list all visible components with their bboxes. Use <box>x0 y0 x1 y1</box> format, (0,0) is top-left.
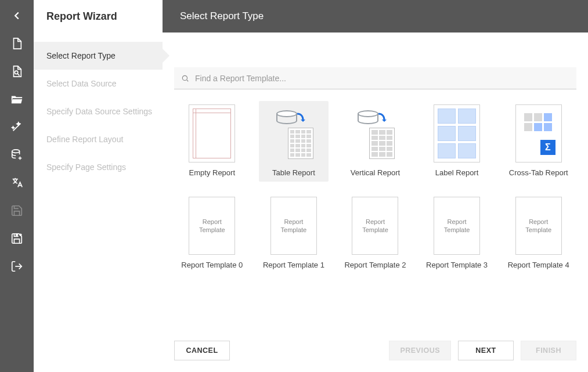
cancel-button[interactable]: CANCEL <box>174 341 230 360</box>
step-label: Specify Page Settings <box>46 162 126 172</box>
save-button <box>9 203 24 218</box>
svg-point-2 <box>12 150 20 153</box>
exit-icon <box>10 260 23 273</box>
exit-button[interactable] <box>9 259 24 274</box>
template-label: Label Report <box>435 168 478 177</box>
file-search-icon <box>10 65 23 78</box>
save-as-icon <box>10 232 23 245</box>
database-add-icon <box>10 149 23 161</box>
template-thumb <box>352 104 398 162</box>
template-label: Report Template 2 <box>344 261 406 269</box>
template-thumb: Report Template <box>434 197 480 255</box>
template-label: Vertical Report <box>351 168 400 177</box>
template-report-template-1[interactable]: Report Template Report Template 1 <box>259 193 329 274</box>
template-vertical-report[interactable]: Vertical Report <box>340 101 410 182</box>
new-report-button[interactable] <box>9 36 24 51</box>
localize-button[interactable] <box>9 175 24 190</box>
template-empty-report[interactable]: Empty Report <box>177 101 247 182</box>
step-label: Specify Data Source Settings <box>46 107 152 116</box>
save-icon <box>10 204 23 217</box>
search-row <box>174 67 576 89</box>
chevron-left-icon <box>10 9 23 22</box>
template-thumb: Report Template <box>352 197 398 255</box>
wizard-footer: CANCEL PREVIOUS NEXT FINISH <box>174 331 576 360</box>
next-button[interactable]: NEXT <box>458 341 514 360</box>
svg-line-1 <box>17 74 19 75</box>
template-report-template-4[interactable]: Report Template Report Template 4 <box>504 193 573 274</box>
step-define-report-layout: Define Report Layout <box>34 125 163 153</box>
left-toolbar <box>0 0 34 372</box>
template-thumb: Report Template <box>270 197 317 255</box>
step-label: Define Report Layout <box>46 135 123 144</box>
template-thumb <box>270 104 317 162</box>
template-label: Report Template 0 <box>181 261 243 269</box>
svg-point-5 <box>20 234 21 236</box>
template-report-template-3[interactable]: Report Template Report Template 3 <box>422 193 492 274</box>
step-specify-page-settings: Specify Page Settings <box>34 153 163 181</box>
page-title: Select Report Type <box>163 0 588 32</box>
save-as-button[interactable] <box>9 231 24 246</box>
template-report-template-2[interactable]: Report Template Report Template 2 <box>340 193 410 274</box>
template-report-template-0[interactable]: Report Template Report Template 0 <box>177 193 247 274</box>
search-icon <box>181 74 189 82</box>
open-button[interactable] <box>9 92 24 107</box>
wizard-content: Empty Report Table Report <box>163 32 588 372</box>
template-label: Report Template 4 <box>508 261 569 269</box>
step-specify-data-source-settings: Specify Data Source Settings <box>34 97 163 125</box>
template-label: Table Report <box>272 168 315 177</box>
previous-button: PREVIOUS <box>389 341 451 360</box>
wizard-button[interactable] <box>9 120 24 135</box>
datasource-button[interactable] <box>9 147 24 162</box>
template-label: Empty Report <box>189 168 235 177</box>
wand-icon <box>10 121 23 133</box>
svg-line-9 <box>187 80 189 81</box>
template-thumb: Report Template <box>189 197 235 255</box>
file-icon <box>10 37 23 50</box>
template-label: Report Template 3 <box>426 261 488 269</box>
back-button[interactable] <box>9 8 24 23</box>
template-label: Report Template 1 <box>263 261 324 269</box>
sigma-icon: Σ <box>540 140 555 155</box>
template-grid: Empty Report Table Report <box>174 101 576 274</box>
open-query-button[interactable] <box>9 64 24 79</box>
svg-point-0 <box>15 71 17 74</box>
step-select-data-source: Select Data Source <box>34 70 163 97</box>
folder-open-icon <box>10 93 23 106</box>
step-label: Select Report Type <box>46 51 116 60</box>
wizard-header: Report Wizard Select Report Type <box>34 0 588 32</box>
step-label: Select Data Source <box>46 79 117 88</box>
template-thumb: Σ <box>515 104 562 162</box>
svg-point-6 <box>16 234 18 236</box>
wizard-panel: Report Wizard Select Report Type Select … <box>34 0 588 372</box>
localize-icon <box>10 176 23 189</box>
template-thumb <box>434 104 480 162</box>
wizard-title: Report Wizard <box>34 0 163 32</box>
template-table-report[interactable]: Table Report <box>259 101 329 182</box>
search-input[interactable] <box>195 74 569 83</box>
template-label-report[interactable]: Label Report <box>422 101 492 182</box>
step-select-report-type[interactable]: Select Report Type <box>34 42 163 70</box>
wizard-steps: Select Report Type Select Data Source Sp… <box>34 32 163 372</box>
template-label: Cross-Tab Report <box>509 168 568 177</box>
finish-button: FINISH <box>521 341 576 360</box>
template-thumb <box>189 104 235 162</box>
svg-point-8 <box>182 75 187 80</box>
template-thumb: Report Template <box>515 197 562 255</box>
template-crosstab-report[interactable]: Σ Cross-Tab Report <box>504 101 573 182</box>
